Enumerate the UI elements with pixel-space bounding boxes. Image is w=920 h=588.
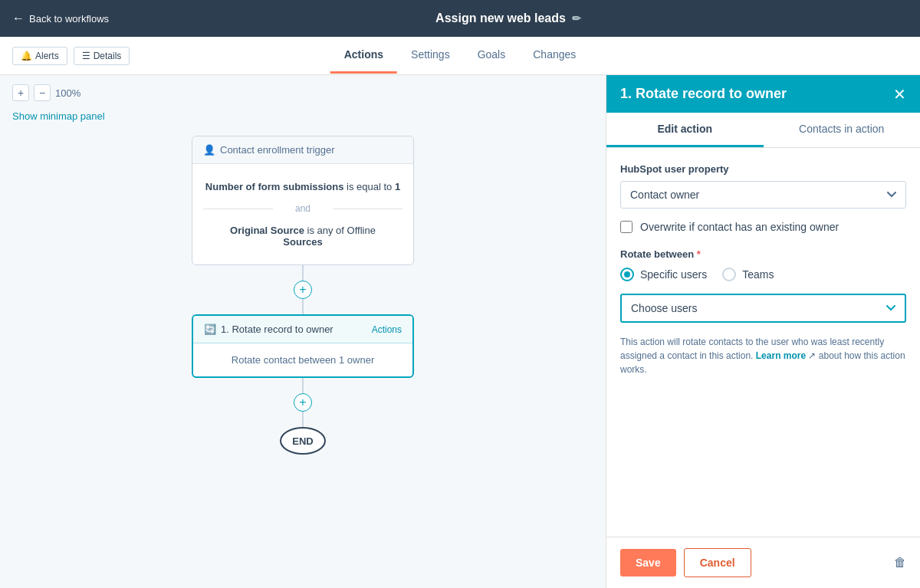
tab-goals[interactable]: Goals <box>464 38 520 74</box>
right-panel: 1. Rotate record to owner ✕ Edit action … <box>606 75 920 588</box>
delete-action-icon[interactable]: 🗑 <box>894 556 906 570</box>
action-box-1[interactable]: 🔄 1. Rotate record to owner Actions Rota… <box>192 314 414 378</box>
zoom-level: 100% <box>55 87 80 99</box>
connector-line-2 <box>302 299 304 314</box>
teams-label: Teams <box>742 268 774 281</box>
trigger-condition-2: Original Source is any of Offline Source… <box>203 218 402 254</box>
panel-close-button[interactable]: ✕ <box>893 87 906 102</box>
condition1-is: is equal to <box>347 181 395 192</box>
cancel-button[interactable]: Cancel <box>684 548 751 577</box>
tab-bar-actions: 🔔 Alerts ☰ Details <box>12 47 130 65</box>
zoom-in-button[interactable]: + <box>12 84 29 101</box>
condition2-text: is any of Offline <box>307 225 376 236</box>
add-action-button-2[interactable]: + <box>294 393 312 412</box>
action-header-left: 🔄 1. Rotate record to owner <box>204 324 334 335</box>
teams-radio[interactable] <box>722 268 736 281</box>
panel-body: HubSpot user property Contact owner Over… <box>606 148 920 537</box>
hubspot-user-property-label: HubSpot user property <box>620 163 906 175</box>
details-label: Details <box>94 51 122 61</box>
trigger-header: 👤 Contact enrollment trigger <box>192 136 413 164</box>
workflow-name: Assign new web leads <box>435 11 566 25</box>
teams-option[interactable]: Teams <box>722 268 774 281</box>
minimap-link[interactable]: Show minimap panel <box>0 110 606 128</box>
workflow-title: Assign new web leads ✏ <box>109 11 908 25</box>
trigger-person-icon: 👤 <box>203 144 215 156</box>
details-icon: ☰ <box>82 51 90 61</box>
panel-footer: Save Cancel 🗑 <box>606 537 920 588</box>
details-button[interactable]: ☰ Details <box>74 47 130 65</box>
tab-changes[interactable]: Changes <box>519 38 590 74</box>
rotate-between-radio-group: Specific users Teams <box>620 268 906 281</box>
rotate-icon: 🔄 <box>204 324 216 335</box>
workflow-canvas: 👤 Contact enrollment trigger Number of f… <box>0 128 606 485</box>
action-link[interactable]: Actions <box>372 324 402 335</box>
condition2-sources: Sources <box>283 236 322 248</box>
contact-owner-select-wrapper: Contact owner <box>620 181 906 209</box>
contact-owner-select[interactable]: Contact owner <box>620 181 906 209</box>
panel-tab-edit[interactable]: Edit action <box>606 113 764 147</box>
overwrite-checkbox[interactable] <box>620 221 632 233</box>
trigger-body: Number of form submissions is equal to 1… <box>192 164 413 264</box>
info-text: This action will rotate contacts to the … <box>620 335 906 376</box>
choose-users-select[interactable]: Choose users <box>620 294 906 323</box>
panel-header: 1. Rotate record to owner ✕ <box>606 75 920 113</box>
zoom-out-button[interactable]: − <box>34 84 51 101</box>
action-header-1: 🔄 1. Rotate record to owner Actions <box>193 316 412 343</box>
tab-settings[interactable]: Settings <box>397 38 464 74</box>
trigger-box: 👤 Contact enrollment trigger Number of f… <box>192 136 414 265</box>
action-number-title: 1. Rotate record to owner <box>221 324 334 335</box>
edit-title-icon[interactable]: ✏ <box>572 12 581 25</box>
canvas-area: + − 100% Show minimap panel 👤 Contact en… <box>0 75 606 588</box>
back-label: Back to workflows <box>29 13 109 25</box>
save-button[interactable]: Save <box>620 549 676 577</box>
connector-line-4 <box>302 412 304 427</box>
canvas-controls: + − 100% <box>0 75 606 110</box>
back-link[interactable]: ← Back to workflows <box>12 11 109 25</box>
alerts-button[interactable]: 🔔 Alerts <box>12 47 67 65</box>
connector-1: + <box>294 265 312 314</box>
trigger-condition-1: Number of form submissions is equal to 1 <box>203 175 402 199</box>
connector-line-3 <box>302 378 304 393</box>
overwrite-label: Overwrite if contact has an existing own… <box>640 221 839 233</box>
specific-users-radio[interactable] <box>620 268 634 281</box>
choose-users-wrapper: Choose users <box>620 294 906 323</box>
required-star: * <box>697 248 701 260</box>
main-content: + − 100% Show minimap panel 👤 Contact en… <box>0 75 920 588</box>
end-node: END <box>280 427 326 455</box>
connector-2: + <box>294 378 312 427</box>
specific-users-label: Specific users <box>640 268 707 281</box>
condition2-source: Original Source <box>230 225 304 236</box>
panel-tabs: Edit action Contacts in action <box>606 113 920 148</box>
alerts-icon: 🔔 <box>21 51 32 61</box>
panel-tab-contacts[interactable]: Contacts in action <box>764 113 921 147</box>
tab-bar: 🔔 Alerts ☰ Details Actions Settings Goal… <box>0 37 920 75</box>
alerts-label: Alerts <box>35 51 59 61</box>
specific-users-option[interactable]: Specific users <box>620 268 707 281</box>
rotate-between-label: Rotate between * <box>620 248 906 260</box>
action-body-1: Rotate contact between 1 owner <box>193 343 412 376</box>
condition1-text: Number of form submissions <box>205 181 344 192</box>
trigger-label: Contact enrollment trigger <box>220 144 335 156</box>
top-nav: ← Back to workflows Assign new web leads… <box>0 0 920 37</box>
condition-divider: and <box>203 199 402 218</box>
external-link-icon: ↗ <box>808 350 818 361</box>
back-arrow-icon: ← <box>12 11 25 25</box>
learn-more-link[interactable]: Learn more <box>756 350 806 361</box>
tab-actions[interactable]: Actions <box>330 38 397 74</box>
main-tab-nav: Actions Settings Goals Changes <box>330 38 590 74</box>
overwrite-checkbox-row: Overwrite if contact has an existing own… <box>620 221 906 233</box>
panel-title: 1. Rotate record to owner <box>620 86 787 102</box>
connector-line-1 <box>302 265 304 281</box>
condition1-value: 1 <box>395 181 400 192</box>
add-action-button-1[interactable]: + <box>294 281 312 299</box>
